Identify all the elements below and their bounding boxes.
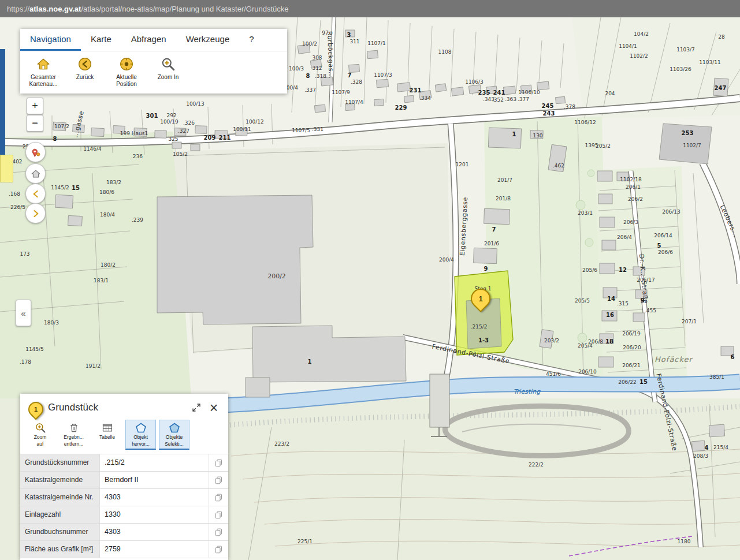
attribute-label: Grundstücksnummer xyxy=(20,454,100,471)
tab-navigation[interactable]: Navigation xyxy=(20,29,81,51)
tab-werkzeuge[interactable]: Werkzeuge xyxy=(176,29,240,51)
popup-header: 1 Grundstück × xyxy=(20,394,228,418)
full-extent-button[interactable]: Gesamter Kartenau... xyxy=(23,57,64,88)
copy-icon xyxy=(214,476,223,484)
zoom-out-button[interactable]: − xyxy=(27,115,43,132)
tool-label: Gesamter Kartenau... xyxy=(24,74,62,88)
close-icon: × xyxy=(210,401,218,415)
copy-button[interactable] xyxy=(209,489,228,506)
table-icon xyxy=(102,422,113,434)
table-row: Fläche aus Grafik [m²] 2759 xyxy=(20,541,228,558)
table-row: Grundstücksnummer .215/2 xyxy=(20,454,228,472)
remove-results-icon xyxy=(68,422,80,434)
nav-toolbar: Gesamter Kartenau... Zurück Aktuelle Pos… xyxy=(20,51,287,94)
url-bar[interactable]: https://atlas.noe.gv.at/atlas/portal/noe… xyxy=(0,0,740,17)
table-row: Katastralgemeinde Berndorf II xyxy=(20,472,228,489)
current-position-button[interactable]: Aktuelle Position xyxy=(106,57,147,88)
copy-button[interactable] xyxy=(209,541,228,558)
copy-button[interactable] xyxy=(209,524,228,540)
table-row: Einlagezahl 1330 xyxy=(20,506,228,524)
url-domain: atlas.noe.gv.at xyxy=(29,5,81,13)
attribute-label: Katastralgemeinde Nr. xyxy=(20,489,100,506)
attribute-label: Katastralgemeinde xyxy=(20,472,100,488)
attribute-value: 4303 xyxy=(100,489,209,506)
tab-karte[interactable]: Karte xyxy=(81,29,121,51)
attribute-value: 4303 xyxy=(100,524,209,540)
attribute-value: Berndorf II xyxy=(100,472,209,488)
copy-button[interactable] xyxy=(209,454,228,471)
expand-icon xyxy=(191,402,202,413)
zoom-in-button[interactable]: + xyxy=(27,98,43,114)
attribute-table: Grundstücksnummer .215/2 Katastralgemein… xyxy=(20,454,228,560)
url-prefix: https:// xyxy=(7,5,29,13)
zoom-to-icon xyxy=(35,422,46,434)
feature-popup: 1 Grundstück × Zoom auf xyxy=(20,394,228,560)
attribute-value: .215/2 xyxy=(100,454,209,471)
navigation-panel: Navigation Karte Abfragen Werkzeuge ? Ge… xyxy=(20,29,287,94)
zoom-in-icon xyxy=(161,57,176,72)
copy-icon xyxy=(214,510,223,519)
arrow-right-icon xyxy=(30,208,42,219)
copy-button[interactable] xyxy=(209,472,228,488)
next-extent-button[interactable] xyxy=(25,203,46,223)
table-row: Katastralgemeinde Nr. 4303 xyxy=(20,489,228,506)
highlight-object-button[interactable]: Objekt hervor... xyxy=(125,420,156,450)
attribute-label: Grundbuchsnummer xyxy=(20,524,100,540)
popup-marker-icon: 1 xyxy=(28,402,41,415)
locate-pin-icon xyxy=(30,147,42,158)
url-path: /atlas/portal/noe-atlas/map/Planung und … xyxy=(81,5,288,13)
attribute-label: Einlagezahl xyxy=(20,506,100,523)
tab-bar: Navigation Karte Abfragen Werkzeuge ? xyxy=(20,29,287,51)
close-popup-button[interactable]: × xyxy=(205,399,222,416)
locate-button[interactable] xyxy=(25,142,46,162)
remove-results-button[interactable]: Ergebn... entfern... xyxy=(58,420,89,450)
result-marker[interactable]: 1 xyxy=(471,289,488,306)
back-icon xyxy=(77,57,92,72)
table-button[interactable]: Tabelle xyxy=(92,420,122,450)
app-window: EigensberggasseFerdinand-Pölzl-StraßeFer… xyxy=(0,0,740,560)
copy-icon xyxy=(214,493,223,502)
select-objects-button[interactable]: Objekte Selekti... xyxy=(159,420,189,450)
expand-popup-button[interactable] xyxy=(188,399,205,416)
attribute-value: 1330 xyxy=(100,506,209,523)
highlight-object-icon xyxy=(135,422,147,434)
table-row: Grundbuchsnummer 4303 xyxy=(20,524,228,541)
tool-label: Zoom In xyxy=(158,74,179,81)
back-button[interactable]: Zurück xyxy=(64,57,106,88)
attribute-label: Fläche aus Grafik [m²] xyxy=(20,541,100,558)
collapse-panel-button[interactable]: « xyxy=(16,300,31,326)
copy-icon xyxy=(214,458,223,467)
popup-toolbar: Zoom auf Ergebn... entfern... Tabelle xyxy=(20,418,228,454)
popup-marker-number: 1 xyxy=(34,406,38,413)
legend-highlight-strip xyxy=(0,155,13,182)
current-position-icon xyxy=(119,57,134,72)
tab-help[interactable]: ? xyxy=(239,29,263,51)
arrow-left-icon xyxy=(30,188,42,200)
home-icon xyxy=(30,168,42,180)
attribute-value: 2759 xyxy=(100,541,209,558)
copy-icon xyxy=(214,528,223,536)
tab-abfragen[interactable]: Abfragen xyxy=(121,29,176,51)
marker-number: 1 xyxy=(478,294,482,303)
copy-button[interactable] xyxy=(209,506,228,523)
select-objects-icon xyxy=(169,422,180,434)
copy-icon xyxy=(214,545,223,554)
tool-label: Zurück xyxy=(76,74,94,81)
home-extent-button[interactable] xyxy=(25,163,46,184)
popup-title: Grundstück xyxy=(48,402,188,413)
previous-extent-button[interactable] xyxy=(25,184,46,204)
full-extent-home-icon xyxy=(36,57,51,72)
tool-label: Aktuelle Position xyxy=(107,74,146,88)
zoom-to-button[interactable]: Zoom auf xyxy=(25,420,55,450)
zoom-in-tool-button[interactable]: Zoom In xyxy=(147,57,189,88)
